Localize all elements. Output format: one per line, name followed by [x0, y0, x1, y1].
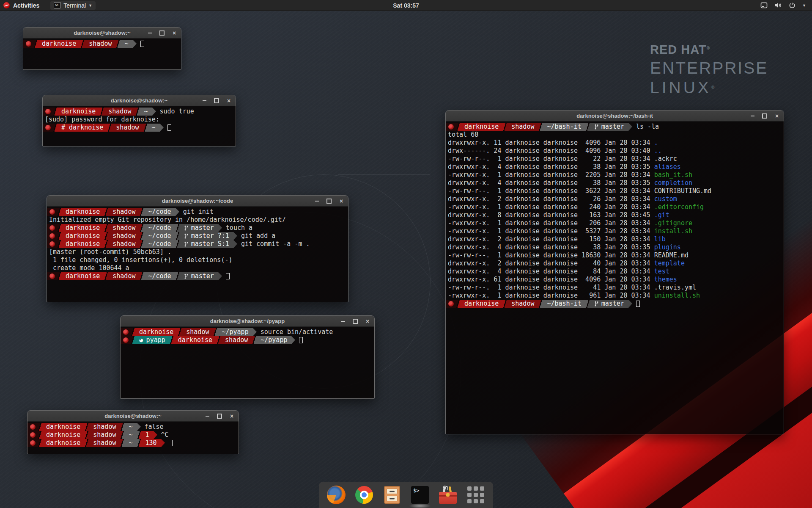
minimize-button[interactable] [202, 98, 207, 103]
drawer [387, 496, 398, 501]
prompt-icon-area [27, 431, 38, 439]
dock: $> [319, 482, 493, 508]
terminal-content[interactable]: darknoiseshadow~sudo true[sudo] password… [43, 106, 236, 146]
ls-details-text: drwxrwxr-x. 2 darknoise darknoise 26 Jan… [446, 195, 654, 203]
ls-details-text: drwx------. 24 darknoise darknoise 4096 … [446, 147, 654, 155]
minimize-button[interactable] [147, 30, 152, 36]
ls-details-text: drwxrwxr-x. 4 darknoise darknoise 38 Jan… [446, 179, 654, 187]
prompt-icon-area [47, 240, 57, 248]
close-button[interactable]: × [172, 30, 177, 36]
terminal-ls-line: drwxrwxr-x. 2 darknoise darknoise 40 Jan… [446, 260, 784, 268]
caret-down-icon[interactable]: ▼ [802, 3, 806, 8]
ls-filename: install.sh [654, 227, 692, 235]
dock-item-terminal[interactable]: $> [410, 485, 430, 505]
minimize-button[interactable] [314, 199, 319, 204]
prompt-icon-area [47, 272, 57, 280]
close-button[interactable]: × [226, 98, 231, 103]
powerline-separator [503, 300, 507, 308]
close-button[interactable]: × [774, 113, 779, 119]
window-titlebar[interactable]: darknoise@shadow:~× [27, 411, 239, 422]
maximize-button[interactable] [326, 199, 332, 204]
terminal-ls-line: -rw-rw-r--. 1 darknoise darknoise 41 Jan… [446, 284, 784, 292]
close-button[interactable]: × [339, 199, 344, 204]
prompt-segment-user: darknoise [42, 431, 85, 439]
terminal-content[interactable]: darknoiseshadow~ [23, 39, 181, 69]
prompt-segment-user: darknoise [61, 232, 104, 240]
window-titlebar[interactable]: darknoise@shadow:~/code× [47, 196, 348, 207]
powerline-arrow-icon [218, 272, 222, 280]
terminal-ls-line: drwxrwxr-x. 2 darknoise darknoise 150 Ja… [446, 235, 784, 243]
terminal-content[interactable]: darknoiseshadow~falsedarknoiseshadow~1^C… [27, 422, 239, 454]
dock-item-files[interactable] [382, 485, 402, 505]
powerline-separator [176, 240, 180, 248]
maximize-button[interactable] [353, 319, 358, 324]
rhel-logo: RED HAT® ENTERPRISE LINUX® [650, 44, 768, 96]
prompt-segment-text: 130 [145, 439, 157, 447]
terminal-output-line: [sudo] password for darknoise: [43, 116, 236, 124]
minimize-button[interactable] [340, 319, 346, 324]
terminal-content[interactable]: darknoiseshadow~/pyappsource bin/activat… [121, 327, 374, 398]
redhat-prompt-icon [49, 209, 55, 215]
redhat-prompt-icon [448, 301, 454, 306]
prompt-icon-area [47, 224, 57, 232]
powerline-separator [38, 423, 42, 431]
window-titlebar[interactable]: darknoise@shadow:~/bash-it× [446, 110, 784, 121]
prompt-segment-path: ~/code [144, 232, 175, 240]
prompt-segment-text: shadow [511, 300, 534, 308]
dock-item-chrome[interactable] [354, 485, 374, 505]
window-titlebar[interactable]: darknoise@shadow:~× [43, 95, 236, 106]
powerline-separator [53, 108, 57, 116]
powerline-separator [456, 300, 460, 308]
terminal-ls-line: -rw-rw-r--. 1 darknoise darknoise 3622 J… [446, 187, 784, 195]
powerline-separator [57, 272, 61, 280]
volume-icon[interactable] [774, 2, 782, 8]
minimize-button[interactable] [205, 414, 210, 419]
app-menu-terminal[interactable]: $> Terminal ▼ [50, 1, 96, 10]
prompt-segment-path: ~/bash-it [543, 123, 585, 131]
git-branch-icon [594, 301, 599, 306]
terminal-prompt-line: darknoiseshadow~1^C [27, 431, 239, 439]
dock-item-app-grid[interactable] [466, 485, 486, 505]
maximize-button[interactable] [159, 30, 165, 36]
ls-filename: .git [654, 211, 669, 219]
prompt-segment-text: master [191, 224, 214, 232]
terminal-content[interactable]: darknoiseshadow~/codegit initInitialized… [47, 207, 348, 302]
powerline-separator [137, 431, 141, 439]
maximize-button[interactable] [217, 414, 222, 419]
window-titlebar[interactable]: darknoise@shadow:~/pyapp× [121, 316, 374, 327]
terminal-cursor [636, 301, 640, 307]
prompt-segment-user: darknoise [61, 224, 104, 232]
window-titlebar[interactable]: darknoise@shadow:~× [23, 28, 181, 39]
window-buttons: × [340, 316, 370, 327]
maximize-button[interactable] [762, 113, 767, 119]
dock-item-firefox[interactable] [326, 485, 346, 505]
minimize-button[interactable] [750, 113, 755, 119]
ls-details-text: -rwxrwxr-x. 1 darknoise darknoise 5327 J… [446, 227, 654, 235]
prompt-segment-text: shadow [93, 431, 116, 439]
prompt-icon-area [43, 108, 53, 116]
close-button[interactable]: × [365, 319, 370, 324]
power-icon[interactable] [789, 2, 796, 9]
powerline-separator [140, 232, 144, 240]
ls-details-text: drwxrwxr-x. 2 darknoise darknoise 150 Ja… [446, 235, 654, 243]
maximize-button[interactable] [214, 98, 219, 103]
screen-icon[interactable] [760, 2, 768, 8]
prompt-segment-user: darknoise [61, 208, 104, 216]
prompt-segment-host: shadow [89, 423, 120, 431]
ls-filename: test [654, 268, 669, 276]
activities-button[interactable]: Activities [13, 2, 39, 9]
logo-linux-text: LINUX [650, 78, 711, 97]
prompt-segment-user: darknoise [174, 336, 217, 344]
clock[interactable]: Sat 03:57 [393, 2, 419, 9]
powerline-separator [57, 232, 61, 240]
powerline-separator [120, 423, 124, 431]
prompt-segment-text: ~/code [148, 224, 171, 232]
redhat-prompt-icon [123, 329, 129, 335]
close-button[interactable]: × [229, 414, 234, 419]
ls-details-text: drwxrwxr-x. 2 darknoise darknoise 40 Jan… [446, 260, 654, 268]
dock-item-toolbox[interactable] [438, 485, 458, 505]
output-text: [sudo] password for darknoise: [43, 116, 159, 124]
terminal-ls-line: drwxrwxr-x. 2 darknoise darknoise 26 Jan… [446, 195, 784, 203]
terminal-content[interactable]: darknoiseshadow~/bash-itmasterls -latota… [446, 121, 784, 434]
prompt-segment-text: ~ [124, 40, 128, 48]
